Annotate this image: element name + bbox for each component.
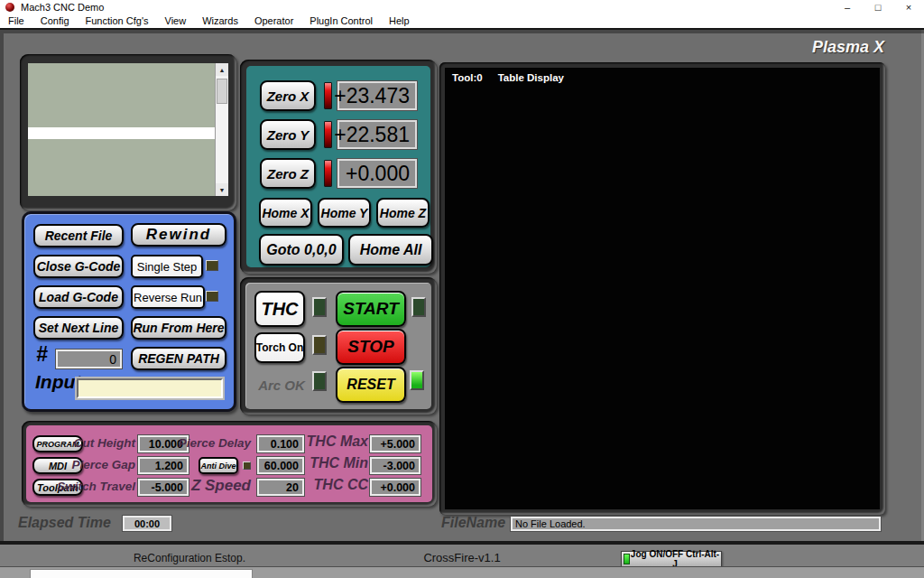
zero-x-button[interactable]: Zero X [260, 80, 316, 111]
jog-toggle-button[interactable]: Jog ON/OFF Ctrl-Alt-J [621, 551, 722, 567]
thc-button[interactable]: THC [254, 291, 305, 327]
start-led [411, 297, 426, 317]
app-icon [5, 3, 14, 12]
set-next-line-button[interactable]: Set Next Line [33, 316, 124, 340]
restore-button[interactable]: □ [863, 0, 893, 14]
x-axis-led [324, 82, 332, 109]
minimize-button[interactable]: – [832, 0, 863, 14]
anti-dive-led [243, 461, 251, 470]
menu-item-view[interactable]: View [157, 14, 195, 28]
switch-travel-label: Switch Travel [57, 480, 135, 493]
home-y-button[interactable]: Home Y [318, 198, 371, 228]
pierce-gap-field[interactable]: 1.200 [138, 457, 189, 474]
z-speed-field[interactable]: 20 [257, 479, 304, 496]
z-speed-label: Z Speed [191, 477, 251, 495]
menubar: File Config Function Cfg's View Wizards … [0, 14, 924, 28]
anti-dive-field[interactable]: 60.000 [257, 457, 304, 474]
menu-item-help[interactable]: Help [381, 14, 418, 28]
table-display-title: Table Display [498, 72, 564, 83]
switch-travel-field[interactable]: -5.000 [138, 479, 189, 496]
reset-button[interactable]: RESET [336, 367, 406, 403]
table-display-header: Tool:0 Table Display [452, 72, 564, 83]
version-text: CrossFire-v1.1 [0, 551, 924, 564]
start-button[interactable]: START [336, 291, 406, 327]
torch-on-led [312, 335, 327, 355]
arc-ok-led [312, 371, 327, 391]
elapsed-time-field: 00:00 [123, 516, 171, 531]
home-x-button[interactable]: Home X [259, 198, 312, 228]
gcode-scrollbar[interactable]: ▲ ▼ [215, 63, 228, 196]
statusbar: ReConfiguration Estop. CrossFire-v1.1 Jo… [0, 541, 924, 566]
filename-label: FileName [441, 515, 505, 531]
line-number-field[interactable]: 0 [56, 350, 122, 368]
thc-min-field[interactable]: -3.000 [370, 457, 420, 474]
gcode-listbox[interactable]: ▲ ▼ [28, 63, 228, 196]
elapsed-time-label: Elapsed Time [18, 515, 111, 531]
menu-item-operator[interactable]: Operator [246, 14, 301, 28]
rewind-button[interactable]: Rewind [131, 223, 226, 247]
menu-item-plugin-control[interactable]: PlugIn Control [301, 14, 381, 28]
zero-y-button[interactable]: Zero Y [260, 119, 316, 150]
single-step-led [206, 260, 218, 271]
close-gcode-button[interactable]: Close G-Code [33, 255, 124, 278]
thc-cc-field[interactable]: +0.000 [370, 479, 420, 496]
menu-item-file[interactable]: File [0, 14, 32, 28]
goto-zero-button[interactable]: Goto 0,0,0 [259, 234, 344, 266]
gcode-window: ▲ ▼ [20, 54, 236, 210]
line-number-label: # [36, 342, 48, 367]
pierce-gap-label: Pierce Gap [71, 458, 135, 471]
filename-field: No File Loaded. [511, 517, 881, 531]
home-z-button[interactable]: Home Z [376, 198, 430, 228]
thc-min-label: THC Min [310, 455, 368, 471]
y-dro-value[interactable]: +22.581 [337, 120, 417, 149]
menu-item-function-cfgs[interactable]: Function Cfg's [78, 14, 157, 28]
regen-path-button[interactable]: REGEN PATH [131, 347, 226, 370]
scroll-up-icon[interactable]: ▲ [216, 63, 228, 76]
recent-file-button[interactable]: Recent File [33, 224, 124, 247]
table-display[interactable]: Tool:0 Table Display [445, 68, 880, 509]
run-from-here-button[interactable]: Run From Here [131, 316, 226, 340]
control-panel-inner: THC START Torch On STOP Arc OK RESET [245, 283, 431, 409]
run-panel: Recent File Rewind Close G-Code Single S… [22, 211, 236, 412]
window-title: Mach3 CNC Demo [21, 2, 104, 13]
zero-z-button[interactable]: Zero Z [260, 158, 316, 189]
input-label: Input [35, 371, 81, 393]
dro-panel: Zero X +23.473 Zero Y +22.581 Zero Z +0.… [240, 60, 437, 274]
scroll-thumb[interactable] [217, 79, 227, 104]
bottom-strip [0, 566, 924, 578]
gcode-current-line [28, 127, 215, 139]
thc-led [312, 297, 327, 317]
z-dro-value[interactable]: +0.000 [337, 159, 417, 188]
table-display-panel: Tool:0 Table Display [439, 62, 885, 515]
menu-item-wizards[interactable]: Wizards [194, 14, 246, 28]
torch-on-button[interactable]: Torch On [254, 332, 305, 363]
control-panel: THC START Torch On STOP Arc OK RESET [240, 277, 437, 415]
thc-max-label: THC Max [307, 434, 368, 450]
mdi-input[interactable] [77, 378, 223, 398]
y-axis-led [324, 121, 332, 148]
dro-panel-inner: Zero X +23.473 Zero Y +22.581 Zero Z +0.… [246, 66, 430, 267]
cut-height-label: Cut Height [74, 436, 135, 450]
menu-item-config[interactable]: Config [32, 14, 78, 28]
reset-led [410, 370, 424, 390]
arc-ok-label: Arc OK [254, 378, 309, 393]
pierce-delay-field[interactable]: 0.100 [257, 435, 304, 452]
scroll-down-icon[interactable]: ▼ [216, 183, 228, 196]
close-button[interactable]: × [893, 0, 924, 14]
jog-led [624, 554, 630, 564]
z-axis-led [324, 160, 332, 187]
screen-title: Plasma X [783, 38, 884, 57]
status-message-box [30, 569, 253, 578]
pierce-delay-label: Pierce Delay [179, 436, 251, 450]
tool-label: Tool:0 [452, 72, 483, 83]
params-panel: PROGRAM MDI Toolpath Cut Height 10.000 P… [22, 421, 437, 507]
load-gcode-button[interactable]: Load G-Code [33, 285, 124, 309]
thc-max-field[interactable]: +5.000 [370, 435, 420, 452]
x-dro-value[interactable]: +23.473 [337, 81, 417, 110]
home-all-button[interactable]: Home All [348, 234, 433, 266]
reverse-run-button[interactable]: Reverse Run [131, 285, 205, 309]
anti-dive-button[interactable]: Anti Dive [199, 457, 238, 474]
window-controls: – □ × [832, 0, 924, 14]
stop-button[interactable]: STOP [336, 329, 406, 365]
single-step-button[interactable]: Single Step [131, 255, 203, 278]
